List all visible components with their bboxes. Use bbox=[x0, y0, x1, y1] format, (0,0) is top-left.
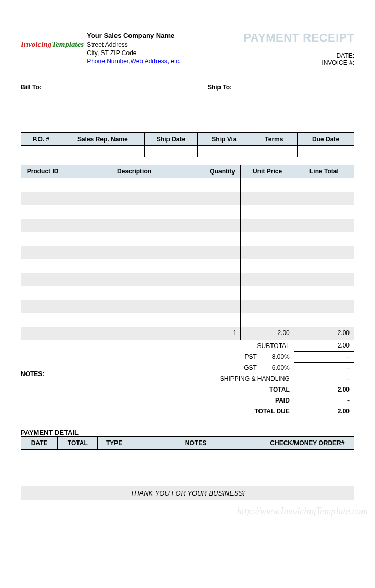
info-header-rep: Sales Rep. Name bbox=[61, 133, 144, 146]
item-row bbox=[21, 313, 354, 327]
pst-pct: 8.00% bbox=[261, 351, 294, 362]
item-cell bbox=[204, 313, 241, 327]
info-header-po: P.O. # bbox=[21, 133, 61, 146]
item-row bbox=[21, 246, 354, 259]
item-cell bbox=[21, 327, 64, 340]
item-header-linetotal: Line Total bbox=[294, 165, 354, 178]
payment-receipt-page: InvoicingTemplates Your Sales Company Na… bbox=[0, 0, 375, 521]
item-row bbox=[21, 300, 354, 313]
item-row bbox=[21, 178, 354, 192]
item-cell bbox=[204, 192, 241, 205]
item-cell bbox=[64, 219, 204, 232]
company-city: City, ST ZIP Code bbox=[87, 49, 181, 57]
item-cell bbox=[64, 246, 204, 259]
item-cell bbox=[204, 246, 241, 259]
item-row bbox=[21, 232, 354, 246]
item-cell bbox=[64, 327, 204, 340]
item-cell bbox=[204, 286, 241, 300]
item-cell bbox=[21, 205, 64, 219]
item-header-product: Product ID bbox=[21, 165, 64, 178]
shipping-label: SHIPPING & HANDLING bbox=[204, 373, 294, 384]
item-cell bbox=[64, 205, 204, 219]
paid-value: - bbox=[294, 395, 354, 406]
info-value-terms bbox=[251, 146, 298, 157]
item-row bbox=[21, 192, 354, 205]
item-row bbox=[21, 259, 354, 273]
header: InvoicingTemplates Your Sales Company Na… bbox=[21, 31, 354, 66]
gst-pct: 6.00% bbox=[261, 362, 294, 373]
meta-date-label: DATE: bbox=[243, 52, 354, 59]
notes-box bbox=[21, 379, 204, 425]
item-header-quantity: Quantity bbox=[204, 165, 241, 178]
item-row bbox=[21, 205, 354, 219]
payment-header-date: DATE bbox=[21, 437, 58, 450]
item-row bbox=[21, 219, 354, 232]
item-cell bbox=[241, 232, 294, 246]
payment-header-type: TYPE bbox=[98, 437, 131, 450]
item-cell bbox=[241, 205, 294, 219]
company-info: Your Sales Company Name Street Address C… bbox=[87, 31, 181, 65]
item-row bbox=[21, 273, 354, 286]
item-cell bbox=[64, 259, 204, 273]
logo: InvoicingTemplates bbox=[21, 41, 84, 48]
item-cell bbox=[241, 286, 294, 300]
info-header-duedate: Due Date bbox=[298, 133, 354, 146]
gst-label: GST bbox=[204, 362, 261, 373]
total-label: TOTAL bbox=[204, 384, 294, 395]
item-cell bbox=[241, 259, 294, 273]
payment-header-total: TOTAL bbox=[58, 437, 98, 450]
item-header-unitprice: Unit Price bbox=[241, 165, 294, 178]
totals-section: SUBTOTAL 2.00 PST 8.00% - GST 6.00% - SH… bbox=[204, 340, 354, 425]
payment-header-notes: NOTES bbox=[131, 437, 261, 450]
header-right: PAYMENT RECEIPT DATE: INVOICE #: bbox=[243, 31, 354, 66]
company-contact-link[interactable]: Phone Number,Web Address, etc. bbox=[87, 58, 181, 65]
info-value-po bbox=[21, 146, 61, 157]
ship-to-label: Ship To: bbox=[208, 84, 354, 91]
item-cell bbox=[21, 232, 64, 246]
item-cell bbox=[241, 313, 294, 327]
paid-label: PAID bbox=[204, 395, 294, 406]
company-street: Street Address bbox=[87, 41, 181, 49]
info-value-shipdate bbox=[144, 146, 197, 157]
info-header-shipdate: Ship Date bbox=[144, 133, 197, 146]
subtotal-label: SUBTOTAL bbox=[204, 340, 294, 351]
notes-section: NOTES: bbox=[21, 340, 204, 425]
item-cell bbox=[64, 192, 204, 205]
shipping-value: - bbox=[294, 373, 354, 384]
payment-detail-label: PAYMENT DETAIL bbox=[21, 429, 354, 436]
payment-detail-table: DATE TOTAL TYPE NOTES CHECK/MONEY ORDER# bbox=[21, 436, 354, 450]
item-cell bbox=[64, 313, 204, 327]
item-cell bbox=[294, 246, 354, 259]
item-cell bbox=[64, 286, 204, 300]
item-cell bbox=[241, 273, 294, 286]
due-label: TOTAL DUE bbox=[204, 406, 294, 417]
item-cell bbox=[21, 286, 64, 300]
item-cell bbox=[294, 313, 354, 327]
item-cell bbox=[294, 300, 354, 313]
item-row bbox=[21, 286, 354, 300]
item-cell: 1 bbox=[204, 327, 241, 340]
payment-header-check: CHECK/MONEY ORDER# bbox=[261, 437, 354, 450]
totals-table: SUBTOTAL 2.00 PST 8.00% - GST 6.00% - SH… bbox=[204, 340, 354, 417]
item-cell bbox=[21, 259, 64, 273]
thank-you-banner: THANK YOU FOR YOUR BUSINESS! bbox=[21, 486, 354, 500]
notes-label: NOTES: bbox=[21, 370, 204, 378]
item-cell bbox=[294, 219, 354, 232]
below-section: NOTES: SUBTOTAL 2.00 PST 8.00% - GST 6.0… bbox=[21, 340, 354, 425]
logo-part2: Templates bbox=[51, 40, 84, 48]
total-value: 2.00 bbox=[294, 384, 354, 395]
address-row: Bill To: Ship To: bbox=[21, 84, 354, 91]
item-cell bbox=[21, 300, 64, 313]
info-value-duedate bbox=[298, 146, 354, 157]
item-cell bbox=[21, 313, 64, 327]
subtotal-value: 2.00 bbox=[294, 340, 354, 351]
item-cell bbox=[241, 219, 294, 232]
item-cell bbox=[64, 178, 204, 192]
info-header-shipvia: Ship Via bbox=[198, 133, 251, 146]
pst-value: - bbox=[294, 351, 354, 362]
item-cell bbox=[294, 192, 354, 205]
item-cell bbox=[294, 178, 354, 192]
gst-value: - bbox=[294, 362, 354, 373]
meta-invoice-label: INVOICE #: bbox=[243, 59, 354, 66]
item-cell bbox=[204, 178, 241, 192]
